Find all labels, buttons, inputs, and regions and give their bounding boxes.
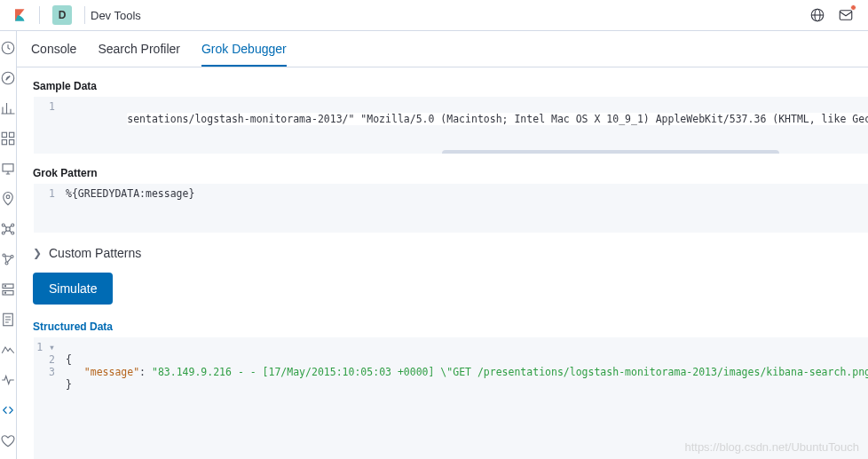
- svg-rect-20: [3, 291, 13, 296]
- maps-icon[interactable]: [0, 191, 16, 207]
- watermark: https://blog.csdn.net/UbuntuTouch: [684, 440, 859, 454]
- editor-gutter: 1: [34, 184, 60, 233]
- graph-icon[interactable]: [0, 251, 16, 267]
- svg-rect-6: [10, 132, 14, 137]
- divider: [84, 6, 85, 24]
- svg-point-12: [2, 224, 4, 226]
- svg-point-21: [4, 286, 5, 287]
- svg-rect-7: [2, 140, 6, 145]
- apm-icon[interactable]: [0, 342, 16, 358]
- editor-code[interactable]: %{GREEDYDATA:message}: [60, 184, 868, 233]
- svg-point-10: [6, 195, 10, 199]
- ml-icon[interactable]: [0, 221, 16, 237]
- svg-rect-8: [10, 140, 14, 145]
- svg-point-22: [4, 292, 5, 293]
- logs-icon[interactable]: [0, 312, 16, 328]
- sample-data-editor[interactable]: 1 sentations/logstash-monitorama-2013/" …: [33, 96, 868, 154]
- tabs: Console Search Profiler Grok Debugger: [17, 31, 868, 67]
- compass-icon[interactable]: [0, 70, 16, 86]
- canvas-icon[interactable]: [0, 161, 16, 177]
- content-area: Sample Data 1 sentations/logstash-monito…: [17, 67, 868, 459]
- custom-patterns-label: Custom Patterns: [49, 246, 141, 260]
- side-nav: [0, 31, 17, 459]
- sample-data-label: Sample Data: [33, 80, 868, 92]
- tab-console[interactable]: Console: [31, 42, 76, 67]
- monitoring-icon[interactable]: [0, 432, 16, 448]
- simulate-button[interactable]: Simulate: [33, 273, 113, 305]
- grok-pattern-editor[interactable]: 1 %{GREEDYDATA:message}: [33, 183, 868, 233]
- newsfeed-icon[interactable]: [838, 7, 854, 23]
- structured-data-label: Structured Data: [33, 321, 868, 333]
- viz-icon[interactable]: [0, 100, 16, 116]
- app-badge[interactable]: D: [52, 5, 72, 25]
- globe-icon[interactable]: [809, 7, 825, 23]
- svg-point-14: [2, 232, 4, 234]
- clock-icon[interactable]: [0, 40, 16, 56]
- editor-gutter: 1 ▾ 2 3: [34, 337, 60, 459]
- svg-rect-19: [3, 284, 13, 289]
- svg-rect-5: [2, 132, 6, 137]
- chevron-right-icon: ❯: [33, 247, 42, 259]
- divider: [39, 6, 40, 24]
- tab-search-profiler[interactable]: Search Profiler: [98, 42, 180, 67]
- topbar-actions: [809, 7, 861, 23]
- svg-point-13: [12, 224, 14, 226]
- editor-code[interactable]: sentations/logstash-monitorama-2013/" "M…: [60, 97, 868, 154]
- tab-grok-debugger[interactable]: Grok Debugger: [201, 42, 287, 67]
- svg-point-16: [3, 254, 5, 257]
- main-panel: Console Search Profiler Grok Debugger Sa…: [17, 31, 868, 459]
- dashboard-icon[interactable]: [0, 131, 16, 146]
- grok-pattern-label: Grok Pattern: [33, 167, 868, 179]
- custom-patterns-accordion[interactable]: ❯ Custom Patterns: [33, 246, 868, 260]
- breadcrumb: Dev Tools: [91, 9, 141, 22]
- horizontal-scrollbar[interactable]: [442, 150, 779, 154]
- svg-rect-2: [840, 11, 852, 20]
- uptime-icon[interactable]: [0, 372, 16, 388]
- editor-gutter: 1: [34, 97, 60, 154]
- infra-icon[interactable]: [0, 281, 16, 297]
- devtools-icon[interactable]: [0, 402, 16, 418]
- notification-dot: [850, 4, 856, 11]
- top-bar: D Dev Tools: [0, 0, 868, 31]
- svg-rect-9: [3, 164, 13, 171]
- kibana-logo-icon[interactable]: [12, 7, 28, 23]
- svg-point-15: [12, 232, 14, 234]
